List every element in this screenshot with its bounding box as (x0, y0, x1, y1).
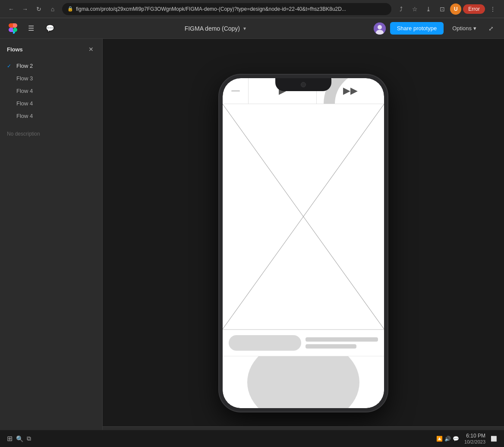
sidebar: Flows ✕ ✓ Flow 2 ✓ Flow 3 ✓ Flow 4 ✓ Flo… (0, 39, 103, 447)
fit-window-button[interactable]: ⊡ (436, 3, 448, 15)
screen-bottom (223, 329, 384, 408)
options-button[interactable]: Options ▾ (448, 22, 481, 35)
flow-item-5[interactable]: ✓ Flow 4 (0, 110, 102, 122)
forward-button[interactable]: → (19, 3, 31, 15)
taskbar-date: 10/2/2023 (464, 439, 485, 444)
text-line-2 (306, 344, 356, 349)
sidebar-close-button[interactable]: ✕ (87, 45, 95, 54)
url-text: figma.com/proto/q29xcmMI9p7FG3OWgnMopk/F… (76, 6, 346, 12)
flow-list: ✓ Flow 2 ✓ Flow 3 ✓ Flow 4 ✓ Flow 4 ✓ Fl… (0, 58, 102, 124)
phone-inner: ▶ ▶▶ (223, 78, 384, 408)
header-right: Share prototype Options ▾ ⤢ (374, 22, 497, 35)
browser-nav-buttons: ← → ↻ ⌂ (5, 3, 59, 15)
bookmark-button[interactable]: ☆ (409, 3, 421, 15)
title-dropdown-icon: ▾ (243, 25, 246, 32)
sidebar-toggle-button[interactable]: ☰ (24, 22, 38, 35)
flow-item-label-4: Flow 4 (16, 100, 33, 107)
flow-item-1[interactable]: ✓ Flow 2 (0, 60, 102, 72)
phone-notch (275, 78, 331, 91)
no-description-label: No description (0, 124, 102, 144)
app-body: Flows ✕ ✓ Flow 2 ✓ Flow 3 ✓ Flow 4 ✓ Flo… (0, 39, 504, 447)
browser-profile-avatar[interactable]: U (450, 3, 461, 15)
screen-top-left (223, 78, 249, 104)
bottom-text-lines (306, 337, 378, 349)
taskbar-volume-icon[interactable]: 🔊 (444, 436, 451, 442)
taskbar: ⊞ 🔍 ⧉ 🔼 🔊 💬 6:10 PM 10/2/2023 ⬜ (0, 430, 504, 447)
taskbar-action-center-icon[interactable]: ⬜ (491, 436, 497, 442)
header-left: ☰ 💬 (7, 22, 57, 35)
lock-icon: 🔒 (67, 6, 73, 12)
app-header: ☰ 💬 FIGMA demo (Copy) ▾ Share prototype … (0, 18, 504, 39)
taskbar-time: 6:10 PM (464, 433, 485, 440)
flow-item-3[interactable]: ✓ Flow 4 (0, 85, 102, 97)
camera-dot (301, 82, 306, 87)
image-placeholder[interactable] (223, 104, 384, 329)
flow-item-label-2: Flow 3 (16, 75, 33, 82)
expand-button[interactable]: ⤢ (485, 22, 497, 35)
menu-line (231, 90, 240, 92)
taskbar-right: 🔼 🔊 💬 6:10 PM 10/2/2023 ⬜ (436, 433, 497, 445)
share-page-button[interactable]: ⤴ (395, 3, 407, 15)
taskbar-windows-icon[interactable]: ⊞ (7, 434, 13, 443)
browser-actions: ⤴ ☆ ⤓ ⊡ U Error ⋮ (395, 3, 499, 15)
comment-button[interactable]: 💬 (43, 22, 57, 35)
svg-point-0 (13, 28, 17, 32)
canvas-area: ▶ ▶▶ (103, 39, 504, 447)
address-bar[interactable]: 🔒 figma.com/proto/q29xcmMI9p7FG3OWgnMopk… (62, 3, 391, 15)
sidebar-header: Flows ✕ (0, 39, 102, 58)
phone-frame: ▶ ▶▶ (219, 75, 387, 412)
text-line-1 (306, 337, 378, 342)
back-button[interactable]: ← (5, 3, 17, 15)
error-button[interactable]: Error (463, 4, 485, 14)
svg-point-2 (378, 25, 382, 29)
taskbar-task-view-icon[interactable]: ⧉ (27, 435, 31, 442)
user-avatar (374, 22, 386, 35)
flow-item-2[interactable]: ✓ Flow 3 (0, 72, 102, 85)
bottom-curve-area (223, 356, 384, 408)
phone-container: ▶ ▶▶ (219, 75, 387, 412)
phone-screen[interactable]: ▶ ▶▶ (223, 78, 384, 408)
home-button[interactable]: ⌂ (47, 3, 59, 15)
flow-item-label-1: Flow 2 (16, 63, 33, 69)
flow-item-4[interactable]: ✓ Flow 4 (0, 97, 102, 110)
bottom-pill-element (229, 335, 301, 351)
flow-item-label-3: Flow 4 (16, 88, 33, 94)
taskbar-clock: 6:10 PM 10/2/2023 (464, 433, 485, 445)
share-prototype-button[interactable]: Share prototype (390, 22, 444, 35)
taskbar-system-icons: 🔼 🔊 💬 (436, 436, 459, 442)
taskbar-network-icon[interactable]: 🔼 (436, 436, 443, 442)
flow-check-icon: ✓ (7, 63, 13, 69)
skip-icon: ▶▶ (343, 85, 358, 96)
figma-logo[interactable] (7, 22, 19, 35)
taskbar-search-icon[interactable]: 🔍 (16, 435, 23, 442)
flow-item-label-5: Flow 4 (16, 113, 33, 119)
project-title[interactable]: FIGMA demo (Copy) (185, 25, 240, 32)
taskbar-notification-icon[interactable]: 💬 (453, 436, 459, 442)
placeholder-cross-svg (223, 104, 384, 329)
bottom-circle-decoration (247, 356, 359, 408)
header-center: FIGMA demo (Copy) ▾ (185, 25, 246, 32)
more-options-button[interactable]: ⋮ (487, 3, 499, 15)
sidebar-title: Flows (7, 46, 23, 53)
download-button[interactable]: ⤓ (422, 3, 435, 15)
browser-bar: ← → ↻ ⌂ 🔒 figma.com/proto/q29xcmMI9p7FG3… (0, 0, 504, 18)
bottom-row (223, 330, 384, 356)
taskbar-left: ⊞ 🔍 ⧉ (7, 434, 31, 443)
reload-button[interactable]: ↻ (33, 3, 45, 15)
